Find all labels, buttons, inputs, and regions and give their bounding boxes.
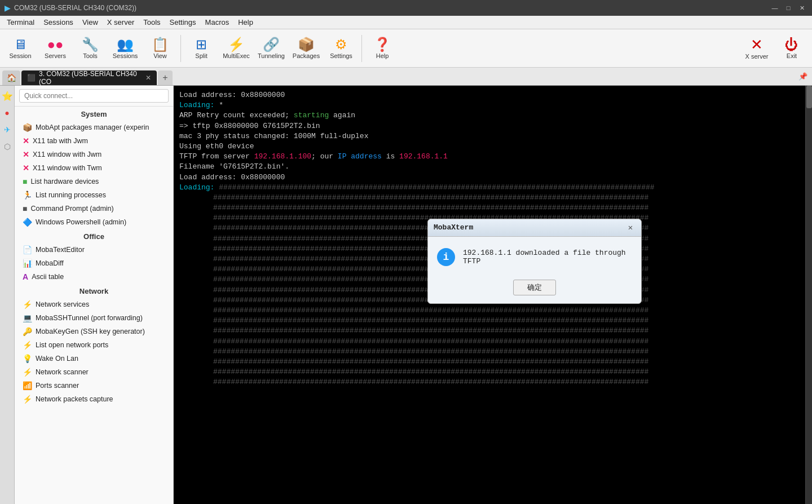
tab-home[interactable]: 🏠 [2, 70, 20, 85]
menu-view[interactable]: View [78, 16, 103, 29]
tab-com32[interactable]: ⬛ 3. COM32 (USB-SERIAL CH340 (CO ✕ [21, 70, 157, 85]
sidebar-icon-strip: ⭐ ● ✈ ⬡ [0, 86, 15, 504]
toolbar-packages[interactable]: 📦 Packages [289, 32, 323, 65]
sidebar-item-wake-lan[interactable]: 💡 Wake On Lan [15, 352, 173, 365]
ascii-label: Ascii table [32, 273, 64, 281]
minimize-button[interactable]: — [769, 3, 780, 13]
net-ports-label: List open network ports [36, 341, 108, 349]
dialog-titlebar: MobaXterm ✕ [428, 219, 641, 237]
session-icon: 🖥 [14, 38, 27, 51]
toolbar-session[interactable]: 🖥 Session [3, 32, 37, 65]
term-line-8: Filename 'G7615P2T2.bin'. [179, 162, 800, 172]
window-controls: — □ ✕ [769, 3, 807, 13]
toolbar-separator-1 [180, 35, 181, 62]
sidebar-item-cmd[interactable]: ■ Command Prompt (admin) [15, 202, 173, 215]
toolbar-tools[interactable]: 🔧 Tools [73, 32, 107, 65]
sidebar-item-net-services[interactable]: ⚡ Network services [15, 298, 173, 311]
wake-lan-label: Wake On Lan [36, 355, 78, 362]
term-line-11: ########################################… [179, 193, 800, 203]
terminal-wrapper: Load address: 0x88000000 Loading: * ARP … [174, 86, 812, 504]
toolbar-servers[interactable]: ●● Servers [38, 32, 72, 65]
quick-connect-input[interactable] [19, 89, 169, 103]
sidebar-item-x11win-twm[interactable]: ✕ X11 window with Twm [15, 161, 173, 175]
dialog-close-button[interactable]: ✕ [625, 223, 636, 233]
term-line-12: ########################################… [179, 203, 800, 213]
view-label: View [153, 52, 167, 59]
sidebar-item-net-scanner[interactable]: ⚡ Network scanner [15, 365, 173, 379]
sidebar-item-mobaapt[interactable]: 📦 MobApt packages manager (experin [15, 121, 173, 134]
sidebar-plane-btn[interactable]: ✈ [1, 122, 14, 138]
multiexec-icon: ⚡ [228, 38, 245, 51]
term-line-28: ########################################… [179, 367, 800, 377]
menu-macros[interactable]: Macros [201, 16, 234, 29]
toolbar-multiexec[interactable]: ⚡ MultiExec [219, 32, 253, 65]
scrollbar-thumb[interactable] [806, 86, 812, 108]
maximize-button[interactable]: □ [783, 3, 794, 13]
toolbar-xserver[interactable]: ✕ X server [740, 32, 774, 65]
sidebar-star-btn[interactable]: ⭐ [1, 88, 14, 104]
sidebar-item-x11win-jwm[interactable]: ✕ X11 window with Jwm [15, 148, 173, 161]
tab-new-button[interactable]: + [158, 70, 173, 85]
close-button[interactable]: ✕ [796, 3, 807, 13]
packages-label: Packages [293, 52, 320, 59]
x11win-twm-label: X11 window with Twm [33, 164, 102, 172]
menu-xserver[interactable]: X server [103, 16, 139, 29]
sidebar-item-x11tab[interactable]: ✕ X11 tab with Jwm [15, 134, 173, 148]
dialog-confirm-button[interactable]: 确定 [513, 280, 556, 295]
menu-terminal[interactable]: Terminal [2, 16, 39, 29]
servers-label: Servers [45, 52, 66, 59]
ports-scanner-label: Ports scanner [36, 382, 79, 390]
toolbar-exit[interactable]: ⏻ Exit [775, 32, 809, 65]
mobakey-label: MobaKeyGen (SSH key generator) [36, 328, 145, 335]
toolbar-split[interactable]: ⊞ Split [184, 32, 218, 65]
sidebar-item-net-ports[interactable]: ⚡ List open network ports [15, 338, 173, 352]
terminal-scrollbar[interactable] [805, 86, 812, 504]
dialog: MobaXterm ✕ i 192.168.1.1 downloaded a f… [427, 219, 642, 304]
sidebar-item-mobakey[interactable]: 🔑 MobaKeyGen (SSH key generator) [15, 325, 173, 338]
toolbar-tunneling[interactable]: 🔗 Tunneling [254, 32, 288, 65]
sidebar-item-ports-scanner[interactable]: 📶 Ports scanner [15, 379, 173, 392]
mobassht-label: MobaSSHTunnel (port forwarding) [36, 314, 143, 322]
dialog-body: i 192.168.1.1 downloaded a file through … [428, 237, 641, 275]
sidebar-item-ascii[interactable]: A Ascii table [15, 270, 173, 284]
cmd-label: Command Prompt (admin) [30, 205, 113, 213]
menu-help[interactable]: Help [233, 16, 258, 29]
toolbar-settings[interactable]: ⚙ Settings [324, 32, 358, 65]
x11tab-label: X11 tab with Jwm [33, 137, 88, 145]
tools-label: Tools [83, 52, 98, 59]
term-line-27: ########################################… [179, 357, 800, 367]
sidebar-red-btn[interactable]: ● [1, 105, 14, 121]
menu-sessions[interactable]: Sessions [39, 16, 78, 29]
sidebar-item-powershell[interactable]: 🔷 Windows Powershell (admin) [15, 215, 173, 229]
term-line-24: ########################################… [179, 326, 800, 336]
term-line-4: => tftp 0x88000000 G7615P2T2.bin [179, 121, 800, 131]
sidebar-item-mobatext[interactable]: 📄 MobaTextEditor [15, 243, 173, 257]
split-icon: ⊞ [196, 38, 207, 51]
toolbar-sessions2[interactable]: 👥 Sessions [108, 32, 142, 65]
menu-tools[interactable]: Tools [139, 16, 165, 29]
toolbar-help[interactable]: ❓ Help [365, 32, 399, 65]
sessions-label: Sessions [113, 52, 138, 59]
view-icon: 📋 [152, 38, 169, 51]
sidebar-extra-btn[interactable]: ⬡ [1, 139, 14, 154]
pin-button[interactable]: 📌 [798, 72, 807, 81]
section-network: Network [15, 284, 173, 298]
term-line-10: Loading: ###############################… [179, 183, 800, 193]
listhw-icon: ■ [23, 177, 27, 186]
term-line-25: ########################################… [179, 337, 800, 347]
tabbar: 🏠 ⬛ 3. COM32 (USB-SERIAL CH340 (CO ✕ + 📌 [0, 68, 812, 86]
terminal-area[interactable]: Load address: 0x88000000 Loading: * ARP … [174, 86, 805, 504]
servers-icon: ●● [47, 38, 64, 51]
sidebar-item-mobadiff[interactable]: 📊 MobaDiff [15, 257, 173, 270]
sidebar-item-mobassht[interactable]: 💻 MobaSSHTunnel (port forwarding) [15, 311, 173, 325]
wake-lan-icon: 💡 [23, 354, 32, 363]
sidebar-item-listproc[interactable]: 🏃 List running processes [15, 188, 173, 202]
menu-settings[interactable]: Settings [165, 16, 201, 29]
sidebar: System 📦 MobApt packages manager (experi… [15, 86, 174, 504]
sidebar-item-listhw[interactable]: ■ List hardware devices [15, 175, 173, 188]
split-label: Split [195, 52, 207, 59]
tab-close-button[interactable]: ✕ [145, 74, 151, 82]
toolbar-view[interactable]: 📋 View [143, 32, 177, 65]
sidebar-item-net-capture[interactable]: ⚡ Network packets capture [15, 392, 173, 406]
toolbar: 🖥 Session ●● Servers 🔧 Tools 👥 Sessions … [0, 29, 812, 68]
